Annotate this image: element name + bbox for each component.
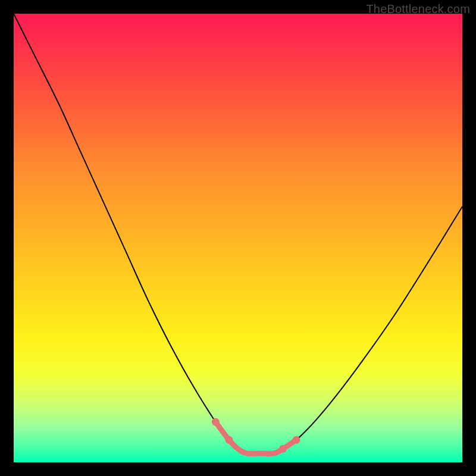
- highlight-dot: [279, 445, 287, 453]
- chart-frame: TheBottleneck.com: [0, 0, 476, 476]
- bottleneck-curve: [14, 14, 462, 454]
- watermark-text: TheBottleneck.com: [366, 2, 470, 16]
- highlight-dot: [212, 418, 220, 426]
- highlight-dot: [225, 436, 233, 444]
- highlight-dot: [293, 436, 300, 444]
- curve-svg: [14, 14, 462, 462]
- plot-area: [14, 14, 462, 462]
